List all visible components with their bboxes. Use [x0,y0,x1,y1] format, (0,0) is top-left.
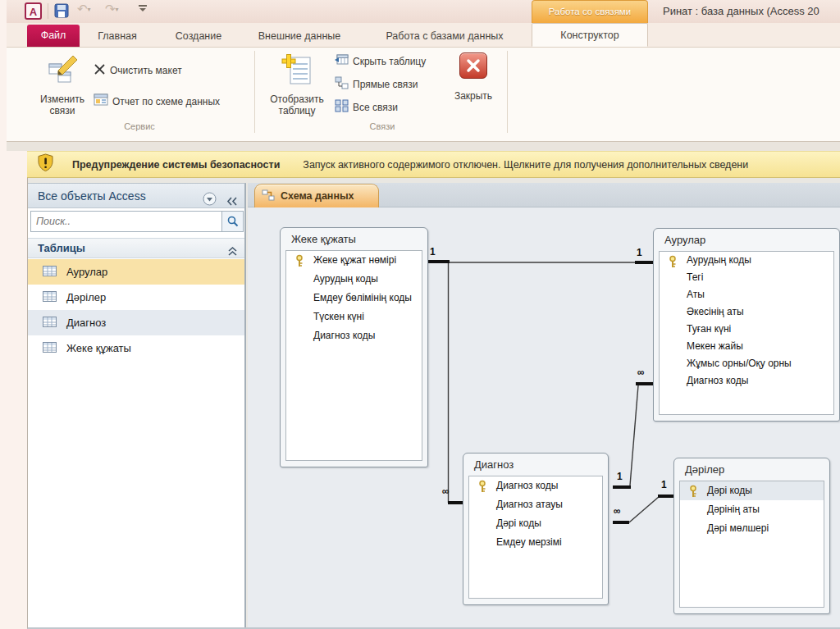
field-row[interactable]: Емдеу бөлімінің коды [286,289,422,308]
cardinality-label: 1 [430,246,436,258]
relationship-report-icon [94,93,108,110]
main-area: Все объекты Access Таблицы Аурулар [27,178,840,629]
field-row[interactable]: Мекен жайы [660,338,833,355]
field-row-pk[interactable]: Дәрі коды [680,481,824,500]
redo-icon[interactable]: ↷▾ [105,2,119,16]
tab-database-tools[interactable]: Работа с базами данных [368,25,522,47]
nav-pane-header[interactable]: Все объекты Access [28,184,244,208]
security-shield-icon [37,153,54,175]
nav-section-tables[interactable]: Таблицы [28,238,244,258]
group-label-service: Сервис [28,121,251,131]
field-row[interactable]: Емдеу мерзімі [469,533,602,552]
access-app-icon[interactable]: A [25,2,42,20]
show-table-label: Отобразить [270,93,323,105]
hide-table-icon [335,54,349,69]
field-row-pk[interactable]: Диагноз коды [469,476,602,495]
tab-external-data[interactable]: Внешние данные [244,25,354,47]
tab-create[interactable]: Создание [164,25,233,47]
nav-item-zheke-kuzhaty[interactable]: Жеке құжаты [28,335,244,361]
field-row[interactable]: Дәрі мөлшері [680,519,824,538]
edit-relationships-icon [28,54,97,90]
field-row[interactable]: Дәрінің аты [680,500,824,519]
nav-item-diagnoz[interactable]: Диагноз [28,310,244,335]
table-icon [43,317,57,330]
security-warning-bar[interactable]: Предупреждение системы безопасности Запу… [27,151,840,178]
clear-layout-button[interactable]: Очистить макет [94,62,182,80]
tab-design[interactable]: Конструктор [532,23,648,47]
field-row[interactable]: Әкесінің аты [660,303,833,321]
tab-home[interactable]: Главная [82,25,153,47]
primary-key-icon [669,255,679,269]
relationship-report-button[interactable]: Отчет по схеме данных [94,93,220,111]
title-bar: A ↶▾ ↷▾ Работа со связями Ринат : база д… [7,0,840,23]
security-warning-message: Запуск активного содержимого отключен. Щ… [303,159,748,171]
cardinality-label: 1 [661,479,667,490]
nav-item-aurular[interactable]: Аурулар [28,259,244,285]
contextual-tab-group-header: Работа со связями [532,0,648,23]
search-button[interactable] [222,211,244,232]
search-input[interactable] [30,211,222,232]
field-row[interactable]: Аурудың коды [286,270,422,289]
cardinality-label: 1 [617,471,623,482]
diagram-table-dariler[interactable]: Дәрілер Дәрі коды Дәрінің аты Дәрі мөлше… [673,458,830,614]
field-list: Жеке құжат нөмірі Аурудың коды Емдеу бөл… [285,250,422,461]
primary-key-icon [478,480,489,495]
field-row-pk[interactable]: Аурудың коды [660,252,833,269]
field-row[interactable]: Диагноз коды [286,326,422,345]
edit-relationships-label: Изменить [40,93,84,105]
field-row[interactable]: Түскен күні [286,308,422,326]
customize-quick-access-icon[interactable] [138,5,148,11]
ribbon-bottom-strip [7,141,840,151]
undo-icon[interactable]: ↶▾ [77,2,91,16]
qat-separator [48,3,48,19]
diagram-table-zheke-kuzhaty[interactable]: Жеке құжаты Жеке құжат нөмірі Аурудың ко… [280,227,428,467]
table-icon [43,291,57,304]
app-icon-letter: A [30,6,37,18]
field-row[interactable]: Диагноз коды [660,372,833,390]
field-row[interactable]: Жұмыс орны/Оқу орны [660,355,833,372]
save-icon[interactable] [54,3,69,21]
close-label: Закрыть [445,90,502,102]
cardinality-label: ∞ [614,505,621,517]
cardinality-label: ∞ [637,367,645,378]
group-divider [254,51,255,133]
table-icon [43,342,57,355]
direct-relationships-icon [335,76,349,93]
ribbon-tab-bar: Файл Главная Создание Внешние данные Раб… [7,23,840,48]
nav-item-dariler[interactable]: Дәрілер [28,285,244,310]
field-row[interactable]: Туған күні [660,321,833,338]
group-divider [507,51,508,133]
field-row-pk[interactable]: Жеке құжат нөмірі [286,251,422,270]
close-icon [459,52,487,79]
search-icon [227,216,239,227]
tab-file[interactable]: Файл [27,25,80,47]
all-relationships-button[interactable]: Все связи [335,98,398,116]
primary-key-icon [295,254,306,270]
table-title: Дәрілер [674,458,829,481]
show-table-icon [262,52,331,90]
field-row[interactable]: Аты [660,286,833,303]
clear-layout-icon [94,63,106,79]
nav-search-bar [30,211,244,232]
field-list: Аурудың коды Тегі Аты Әкесінің аты Туған… [659,251,834,415]
ribbon: Изменить связи Очистить макет Отчет по с… [7,48,840,141]
cardinality-label: ∞ [442,485,450,497]
table-title: Жеке құжаты [281,228,427,250]
direct-relationships-button[interactable]: Прямые связи [335,75,418,93]
field-list: Дәрі коды Дәрінің аты Дәрі мөлшері [679,481,824,608]
field-row[interactable]: Дәрі коды [469,514,602,533]
field-list: Диагноз коды Диагноз атауы Дәрі коды Емд… [468,476,603,599]
all-relationships-icon [335,99,349,116]
field-row[interactable]: Тегі [660,269,833,286]
cardinality-label: 1 [637,247,642,258]
field-row[interactable]: Диагноз атауы [469,495,602,514]
table-title: Аурулар [654,229,839,251]
navigation-pane: Все объекты Access Таблицы Аурулар [28,183,246,627]
hide-table-button[interactable]: Скрыть таблицу [335,52,426,71]
diagram-table-aurular[interactable]: Аурулар Аурудың коды Тегі Аты Әкесінің а… [653,228,840,422]
table-icon [43,266,57,279]
group-label-relationships: Связи [262,121,502,131]
relationships-canvas: Схема данных 1 1 ∞ ∞ 1 ∞ 1 Жеке құжаты [248,183,840,627]
security-warning-title: Предупреждение системы безопасности [72,159,280,171]
diagram-table-diagnoz[interactable]: Диагноз Диагноз коды Диагноз атауы Дәрі … [463,453,609,605]
